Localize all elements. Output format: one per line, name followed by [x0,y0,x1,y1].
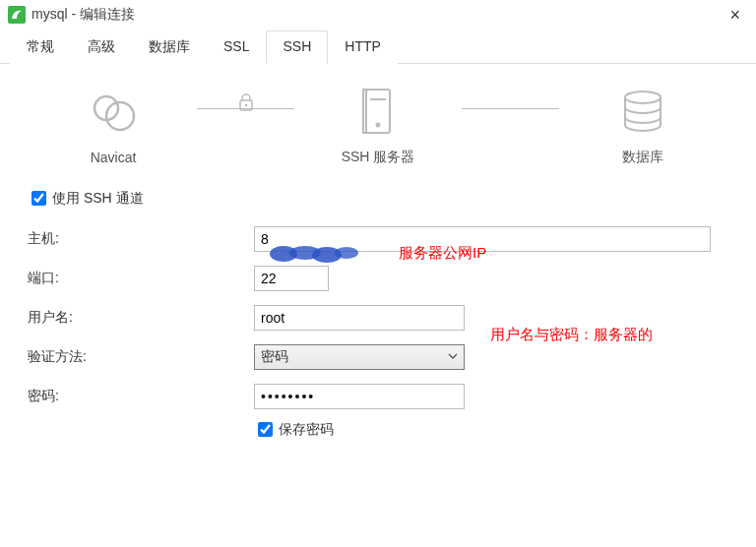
port-label: 端口: [28,270,254,287]
connection-diagram: Navicat SSH 服务器 [0,64,756,174]
svg-point-9 [625,91,661,103]
tab-ssl[interactable]: SSL [207,30,266,64]
tab-database[interactable]: 数据库 [132,30,207,64]
tab-label: 高级 [88,38,115,54]
svg-rect-6 [363,90,366,133]
auth-method-select[interactable]: 密码 [254,344,465,370]
save-password-label: 保存密码 [279,421,334,439]
diagram-node-ssh: SSH 服务器 [294,86,462,166]
password-input[interactable] [254,384,465,409]
save-password-checkbox[interactable] [258,422,273,437]
port-input[interactable] [254,266,329,291]
tab-label: SSL [223,38,249,54]
tab-label: 数据库 [149,38,190,54]
tab-advanced[interactable]: 高级 [71,30,132,64]
navicat-icon [87,87,140,140]
diagram-label-ssh: SSH 服务器 [342,149,415,166]
window-title: mysql - 编辑连接 [32,6,135,24]
diagram-node-navicat: Navicat [30,87,197,165]
user-label: 用户名: [28,309,254,327]
tab-label: 常规 [27,38,54,54]
tab-ssh[interactable]: SSH [266,30,328,64]
username-input[interactable] [254,305,465,331]
server-icon [354,86,402,139]
use-ssh-checkbox[interactable] [32,191,46,206]
diagram-node-database: 数据库 [559,86,726,166]
tab-label: SSH [283,38,311,54]
use-ssh-label: 使用 SSH 通道 [52,190,144,208]
diagram-label-navicat: Navicat [91,150,137,165]
tab-label: HTTP [345,38,381,54]
auth-method-value: 密码 [261,348,288,366]
svg-point-2 [106,102,134,130]
chevron-down-icon [448,353,458,360]
annotation-user-pass: 用户名与密码：服务器的 [490,321,697,347]
tab-bar: 常规 高级 数据库 SSL SSH HTTP [0,30,756,64]
annotation-public-ip: 服务器公网IP [399,244,486,263]
diagram-label-database: 数据库 [622,149,663,166]
ssh-form: 使用 SSH 通道 主机: 端口: 用户名: 验证方法: 密码 密码: [0,174,756,440]
svg-point-8 [376,123,381,128]
tab-general[interactable]: 常规 [10,30,71,64]
password-label: 密码: [28,388,254,405]
diagram-connector-left [197,108,294,109]
app-icon [8,6,26,24]
close-button[interactable]: × [722,6,748,24]
database-icon [616,86,669,139]
lock-icon [237,92,255,112]
auth-label: 验证方法: [28,348,254,366]
host-label: 主机: [28,230,254,248]
title-bar: mysql - 编辑连接 × [0,0,756,30]
tab-http[interactable]: HTTP [328,30,398,64]
diagram-connector-right [462,108,559,109]
svg-point-4 [244,103,247,106]
